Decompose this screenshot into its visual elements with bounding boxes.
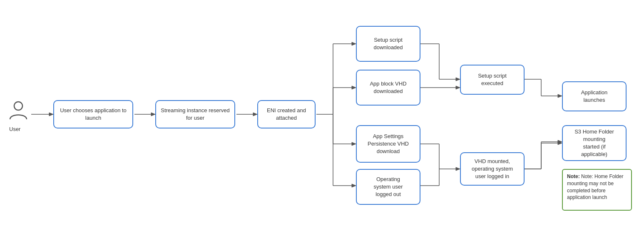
node-eni: ENI created and attached <box>257 100 316 128</box>
svg-marker-35 <box>558 94 562 98</box>
svg-marker-3 <box>151 113 155 116</box>
node-app-block-vhd: App block VHD downloaded <box>356 70 420 106</box>
node-setup-script-dl: Setup script downloaded <box>356 26 420 62</box>
svg-point-40 <box>14 102 22 110</box>
node-choose-app: User chooses application to launch <box>53 100 133 128</box>
node-streaming-instance: Streaming instance reserved for user <box>155 100 235 128</box>
node-note: Note: Note: Home Folder mounting may not… <box>562 169 632 211</box>
node-app-settings: App Settings Persistence VHD download <box>356 125 420 163</box>
svg-marker-22 <box>456 78 460 81</box>
node-s3-home: S3 Home Folder mounting started (if appl… <box>562 125 627 161</box>
node-app-launches: Application launches <box>562 81 627 111</box>
svg-marker-5 <box>253 113 257 116</box>
svg-marker-39 <box>558 140 562 143</box>
svg-marker-44 <box>558 141 562 145</box>
svg-marker-25 <box>456 86 460 89</box>
user-icon <box>7 99 29 121</box>
user-label: User <box>9 126 20 132</box>
svg-marker-1 <box>49 113 53 116</box>
diagram: User User chooses application to launch … <box>0 0 644 229</box>
node-os-user: Operating system user logged out <box>356 169 420 205</box>
svg-marker-29 <box>456 167 460 171</box>
svg-marker-9 <box>352 42 356 45</box>
svg-marker-18 <box>352 184 356 187</box>
svg-marker-15 <box>352 142 356 146</box>
node-vhd-mounted: VHD mounted, operating system user logge… <box>460 152 525 186</box>
svg-marker-12 <box>352 86 356 89</box>
node-setup-script-exec: Setup script executed <box>460 65 525 95</box>
